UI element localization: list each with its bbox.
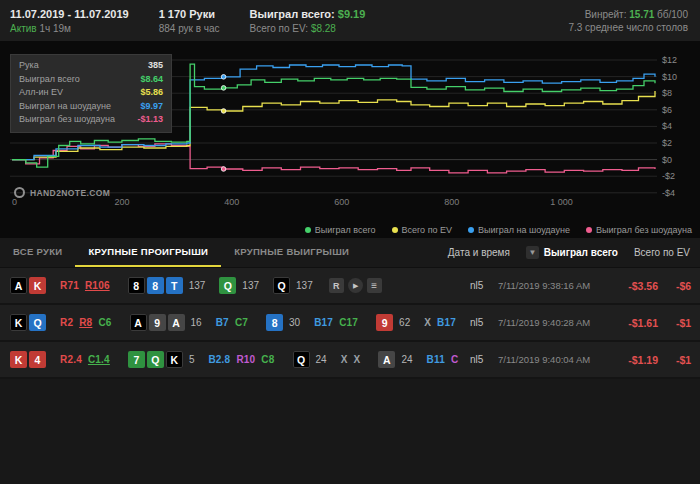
sort-direction-icon[interactable]: ▼: [526, 246, 539, 259]
chart-panel: $12$10$8$6$4$2$0-$2-$402004006008001 000…: [0, 42, 700, 238]
x-axis-label: 1 000: [550, 197, 573, 207]
hands-count: 1 170 Руки: [159, 7, 220, 22]
action-label: R2.4: [60, 354, 82, 365]
sort-header-label: Всего по EV: [634, 247, 690, 258]
x-axis-label: 200: [114, 197, 129, 207]
pot-size: 5: [189, 354, 195, 365]
legend-label: Выиграл всего: [315, 225, 376, 235]
row-meta: nl57/11/2019 9:40:04 AM-$1.19-$1: [462, 342, 700, 377]
hand-row[interactable]: K4R2.4C1.47QK5B2.8R10C8Q24XXA24B11CR▶≡nl…: [0, 342, 700, 379]
card-tile: T: [166, 277, 183, 294]
tabs-bar: ВСЕ РУКИКРУПНЫЕ ПРОИГРЫШИКРУПНЫЕ ВЫИГРЫШ…: [0, 238, 700, 268]
ev-amount: -$1: [676, 354, 696, 366]
legend-item[interactable]: Выиграл без шоудауна: [586, 225, 692, 235]
card-tile: Q: [219, 277, 236, 294]
card-tile: K: [29, 277, 46, 294]
action-label: C7: [235, 317, 248, 328]
tooltip-label: Выиграл на шоудауне: [19, 100, 111, 114]
stakes-label: nl5: [470, 317, 498, 328]
card-tile: Q: [147, 351, 164, 368]
x-axis-label: 600: [334, 197, 349, 207]
y-axis-label: -$4: [662, 188, 675, 198]
card-tile: A: [168, 314, 185, 331]
x-axis-label: 400: [224, 197, 239, 207]
action-label: R8: [79, 317, 92, 328]
legend-label: Всего по EV: [402, 225, 452, 235]
won-total-label: Выиграл всего:: [250, 8, 335, 20]
hand-row[interactable]: KQR2R8C6A9A16B7C7830B17C17962XB17FR▶≡nl5…: [0, 305, 700, 342]
row-meta: nl57/11/2019 9:38:16 AM-$3.56-$6: [462, 268, 700, 303]
won-total-value: $9.19: [338, 8, 366, 20]
pot-size: 16: [191, 317, 202, 328]
pot-size: 62: [399, 317, 410, 328]
ev-total-label: Всего по EV:: [250, 23, 309, 34]
winrate-label: Винрейт:: [585, 9, 627, 20]
hover-marker: [221, 109, 226, 114]
r-badge[interactable]: R: [329, 278, 344, 293]
action-label: R10: [236, 354, 255, 365]
hands-table: AKR71R10688T137Q137Q137R▶≡nl57/11/2019 9…: [0, 268, 700, 484]
pot-size: 24: [316, 354, 327, 365]
card-tile: K: [166, 351, 183, 368]
hand2note-logo-icon: [14, 187, 25, 198]
legend-item[interactable]: Выиграл всего: [305, 225, 376, 235]
hand-row[interactable]: AKR71R10688T137Q137Q137R▶≡nl57/11/2019 9…: [0, 268, 700, 305]
card-tile: A: [378, 351, 395, 368]
action-label: C17: [339, 317, 358, 328]
hover-marker: [221, 75, 226, 80]
y-axis-label: $0: [662, 155, 672, 165]
legend-item[interactable]: Всего по EV: [392, 225, 452, 235]
action-label: X: [341, 354, 348, 365]
sort-date-time[interactable]: Дата и время: [448, 247, 510, 258]
tooltip-label: Рука: [19, 59, 39, 73]
sort-header-label: Дата и время: [448, 247, 510, 258]
action-label: C: [451, 354, 458, 365]
card-tile: 8: [266, 314, 283, 331]
tooltip-value: 385: [148, 59, 163, 73]
action-label: B17: [437, 317, 456, 328]
header-bar: 11.07.2019 - 11.07.2019 Актив 1ч 19м 1 1…: [0, 0, 700, 42]
tooltip-row: Рука385: [19, 59, 163, 73]
card-tile: 8: [147, 277, 164, 294]
tab-all-hands[interactable]: ВСЕ РУКИ: [0, 238, 75, 267]
y-axis-label: $12: [662, 55, 677, 65]
card-tile: Q: [293, 351, 310, 368]
ev-amount: -$6: [676, 280, 696, 292]
hand-history-icon[interactable]: ≡: [367, 278, 382, 293]
active-label: Актив: [10, 23, 37, 34]
y-axis-label: $10: [662, 72, 677, 82]
date-range-block[interactable]: 11.07.2019 - 11.07.2019 Актив 1ч 19м: [10, 7, 129, 35]
won-amount: -$1.61: [614, 317, 658, 329]
won-amount: -$3.56: [614, 280, 658, 292]
legend-item[interactable]: Выиграл на шоудауне: [468, 225, 570, 235]
action-label: R106: [85, 280, 110, 291]
tooltip-row: Выиграл без шоудауна-$1.13: [19, 113, 163, 127]
action-label: X: [424, 317, 431, 328]
action-label: C6: [98, 317, 111, 328]
active-duration: 1ч 19м: [39, 23, 71, 34]
y-axis-label: $4: [662, 121, 672, 131]
pot-size: 137: [189, 280, 206, 291]
tooltip-value: $9.97: [140, 100, 163, 114]
action-label: B17: [314, 317, 333, 328]
replay-button[interactable]: ▶: [348, 278, 363, 293]
card-tile: A: [130, 314, 147, 331]
x-axis-label: 800: [444, 197, 459, 207]
tab-big-wins[interactable]: КРУПНЫЕ ВЫИГРЫШИ: [221, 238, 362, 267]
date-range[interactable]: 11.07.2019 - 11.07.2019: [10, 7, 129, 22]
y-axis-label: $2: [662, 138, 672, 148]
card-tile: 7: [128, 351, 145, 368]
tab-big-losses[interactable]: КРУПНЫЕ ПРОИГРЫШИ: [75, 238, 221, 267]
session-active-time: Актив 1ч 19м: [10, 22, 129, 35]
card-tile: 8: [128, 277, 145, 294]
y-axis-label: -$2: [662, 171, 675, 181]
sort-won-total[interactable]: ▼Выиграл всего: [526, 246, 618, 259]
legend-label: Выиграл на шоудауне: [478, 225, 570, 235]
card-tile: Q: [29, 314, 46, 331]
card-tile: 9: [149, 314, 166, 331]
sort-total-ev[interactable]: Всего по EV: [634, 247, 690, 258]
row-icons: R▶≡: [329, 278, 382, 293]
chart-legend: Выиграл всегоВсего по EVВыиграл на шоуда…: [305, 225, 692, 235]
avg-tables: 7.3 среднее число столов: [568, 21, 688, 34]
sort-headers: Дата и время▼Выиграл всегоВсего по EV: [448, 238, 700, 267]
